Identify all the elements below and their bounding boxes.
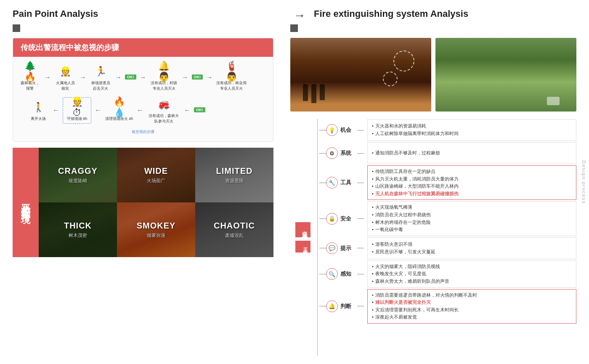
right-section-bar [290, 24, 298, 32]
ranger-icon: 🏃 [93, 64, 109, 80]
category-col-safety: 🔒 安全 [319, 201, 357, 236]
left-header: Pain Point Analysis [13, 8, 273, 23]
bullet-sys-1: •通知消防员不够及时，过程麻烦 [372, 149, 572, 157]
category-col-opportunity: 💡 机会 [319, 119, 357, 141]
analysis-content-safety: •火灾现场氧气稀薄 •消防员在灭火过程中易烧伤 •树木的坍塌存在一定的危险 •一… [367, 201, 576, 236]
connector-line-7 [319, 306, 326, 306]
env-title-wide: WIDE [144, 166, 168, 176]
arrow-4: → [140, 74, 146, 81]
bullet-tool-2: •风力灭火机太重，消耗消防员大量的体力 [372, 175, 572, 183]
env-title-smokey: SMOKEY [137, 221, 176, 231]
env-cell-overlay-wide: WIDE 火场面广 [117, 148, 195, 202]
bullet-judge-2: •难以判断火是否被完全扑灭 [372, 299, 572, 306]
ok-badge-2: OK! [192, 74, 203, 80]
arrow-1: → [44, 74, 51, 81]
arrow-b2: ← [95, 106, 101, 114]
ok1-block: OK! [125, 74, 136, 80]
env-subtitle-chaotic: 废墟混乱 [225, 232, 244, 239]
env-cell-chaotic: CHAOTIC 废墟混乱 [195, 202, 273, 257]
page-container: Pain Point Analysis 传统出警流程中被忽视的步骤 🌲🔥 森林着… [0, 0, 589, 364]
env-cell-smokey: SMOKEY 烟雾弥漫 [117, 202, 195, 257]
analysis-content-system: •通知消防员不够及时，过程麻烦 [367, 142, 576, 164]
env-left-label: 恶劣的工作环境 [13, 148, 39, 257]
bullet-safe-4: •一氧化碳中毒 [372, 226, 572, 234]
env-grid-container: 恶劣的工作环境 CRAGGY 坡度陡峭 WIDE 火场面广 [13, 148, 273, 257]
ok2-block: OK! [192, 74, 203, 80]
env-cell-overlay-craggy: CRAGGY 坡度陡峭 [39, 148, 117, 202]
ok-badge-1: OK! [125, 74, 136, 80]
center-label-box: 森林火灾 灭火问题 [290, 119, 316, 356]
flow-box: 传统出警流程中被忽视的步骤 🌲🔥 森林着火，报警 → 👷 火属地人员核实 → [13, 38, 273, 142]
env-title-chaotic: CHAOTIC [214, 221, 255, 231]
silhouette-1 [303, 84, 308, 101]
env-subtitle-limited: 资源受限 [225, 178, 244, 184]
flow-label-person: 火属地人员核实 [54, 80, 76, 91]
bullet-perc-3: •森林火势太大，难易听到队员的声音 [372, 278, 572, 285]
connector-line-5 [319, 248, 326, 248]
row-connector-1 [357, 130, 364, 130]
category-name-tool: 工具 [340, 179, 351, 186]
flow-item-fire: 🌲🔥 森林着火，报警 [19, 64, 41, 91]
bullet-hint-1: •游客防火意识不强 [372, 241, 572, 248]
flow-label-ranger: 林场巡查员赶去灭火 [90, 80, 111, 91]
flow-label-forestry: 没有成功，林业局专业人员灭火 [216, 80, 247, 91]
category-name-hint: 提示 [340, 244, 351, 252]
env-title-craggy: CRAGGY [58, 166, 98, 176]
analysis-row-judgment: 🔔 判断 •消防员需要巡逻员带路进林，对火情的判断不及时 •难以判断火是否被完全… [319, 289, 576, 324]
arrow-b1: ← [53, 106, 59, 114]
firefighter-silhouettes [303, 84, 325, 103]
flow-content: 🌲🔥 森林着火，报警 → 👷 火属地人员核实 → 🏃 林场巡查员赶去灭火 → [13, 57, 273, 141]
guard-label: 守候现场 8h [67, 116, 88, 122]
flow-item-village: 🔔👨 没有成功，村级专业人员灭火 [150, 64, 178, 91]
arrow-b3: ← [137, 106, 143, 114]
env-subtitle-smokey: 烟雾弥漫 [147, 232, 165, 239]
connector-line-2 [319, 153, 326, 154]
flow-label-leave: 离开火场 [31, 116, 46, 122]
analysis-content-judgment: •消防员需要巡逻员带路进林，对火情的判断不及时 •难以判断火是否被完全扑灭 •灾… [367, 289, 576, 324]
ok3-block: OK! [194, 107, 205, 113]
bullet-tool-4: •无人机在森林中飞行过程旋翼易碰撞损伤 [372, 190, 572, 198]
vertical-line [317, 119, 318, 356]
env-subtitle-craggy: 坡度陡峭 [69, 178, 87, 184]
clean-icon: 🔥💧 [111, 99, 127, 115]
silhouette-3 [320, 84, 325, 100]
arrow-6: → [206, 74, 213, 81]
left-title: Pain Point Analysis [13, 8, 98, 19]
env-grid: CRAGGY 坡度陡峭 WIDE 火场面广 LIMITED 资源受限 [39, 148, 273, 257]
design-process-label: Design process [581, 160, 586, 204]
row-connector-2 [357, 153, 364, 154]
bullet-opp-2: •人工砍树除草做隔离带时消耗体力和时间 [372, 130, 572, 138]
env-cell-overlay-limited: LIMITED 资源受限 [195, 148, 273, 202]
separator-arrow: → [294, 10, 305, 21]
category-dot-perception: 🔍 [326, 268, 338, 280]
bullet-opp-1: •灭火器和水的资源易消耗 [372, 122, 572, 130]
row-connector-6 [357, 274, 364, 274]
analysis-row-system: ⚙ 系统 •通知消防员不够及时，过程麻烦 [319, 142, 576, 164]
fire-image-2 [435, 38, 576, 112]
category-col-system: ⚙ 系统 [319, 142, 357, 164]
center-label-bottom: 灭火问题 [295, 241, 310, 252]
flow-label-fire: 森林着火，报警 [19, 80, 41, 91]
center-label-top: 森林火灾 [295, 222, 310, 237]
person-icon: 👷 [57, 64, 73, 80]
flow-item-forestry: 🧯👨 没有成功，林业局专业人员灭火 [216, 64, 247, 91]
fire-image-1 [290, 38, 431, 112]
flow-item-person: 👷 火属地人员核实 [54, 64, 76, 91]
drone-silhouette [547, 97, 560, 105]
category-name-opportunity: 机会 [340, 126, 351, 134]
category-dot-opportunity: 💡 [326, 124, 338, 136]
env-title-thick: THICK [64, 221, 92, 231]
flow-item-clean: 🔥💧 清理现场余火 4h [105, 99, 133, 122]
env-cell-wide: WIDE 火场面广 [117, 148, 195, 202]
arrow-2: → [80, 74, 86, 81]
env-subtitle-thick: 树木茂密 [69, 232, 87, 239]
analysis-content-hint: •游客防火意识不强 •居民意识不够，引发火灾蔓延 [367, 237, 576, 259]
env-subtitle-wide: 火场面广 [147, 178, 165, 184]
category-name-system: 系统 [340, 149, 351, 157]
village-icon: 🔔👨 [156, 64, 172, 80]
dashed-guard: 👷⏱ 守候现场 8h [63, 97, 91, 124]
category-name-perception: 感知 [340, 270, 351, 278]
category-col-judgment: 🔔 判断 [319, 289, 357, 324]
fire-img-circle-1 [393, 50, 414, 72]
flow-box-header: 传统出警流程中被忽视的步骤 [13, 38, 273, 57]
